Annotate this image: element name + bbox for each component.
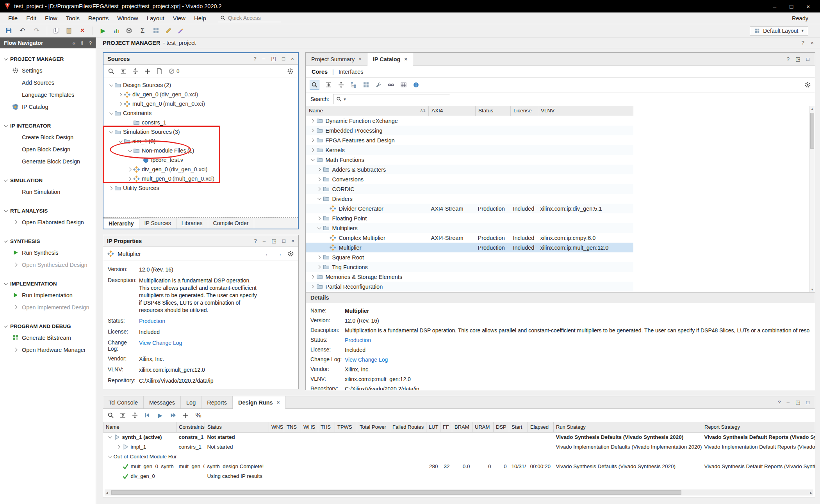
percent-icon[interactable]: %: [194, 411, 203, 420]
settings-gear-icon[interactable]: [287, 250, 294, 257]
maximize-icon[interactable]: □: [790, 4, 793, 9]
chevron-right-icon[interactable]: [116, 445, 120, 449]
flow-item-open-hardware-manager[interactable]: Open Hardware Manager: [0, 344, 96, 356]
flow-section-header[interactable]: RTL ANALYSIS: [0, 206, 96, 216]
close-icon[interactable]: ×: [806, 4, 810, 9]
runs-column-report-strategy[interactable]: Report Strategy: [702, 422, 815, 432]
minimize-icon[interactable]: –: [773, 4, 776, 9]
flow-item-create-block-design[interactable]: Create Block Design: [0, 131, 96, 143]
flow-section-header[interactable]: PROGRAM AND DEBUG: [0, 321, 96, 332]
board-icon[interactable]: [153, 27, 159, 34]
flow-item-add-sources[interactable]: Add Sources: [0, 76, 96, 89]
subtab-interfaces[interactable]: Interfaces: [339, 69, 364, 75]
runs-column-name[interactable]: Name: [103, 422, 176, 432]
chevron-right-icon[interactable]: [118, 92, 122, 96]
wand-icon[interactable]: [178, 27, 184, 34]
group-view-icon[interactable]: [363, 82, 369, 88]
catalog-column-license[interactable]: License: [511, 106, 538, 116]
catalog-row-fpga-features-and-design[interactable]: FPGA Features and Design: [306, 135, 633, 145]
tab-libraries[interactable]: Libraries: [176, 218, 208, 229]
add-sources-icon[interactable]: [144, 68, 151, 75]
flow-item-language-templates[interactable]: Language Templates: [0, 89, 96, 101]
chevron-right-icon[interactable]: [317, 256, 321, 259]
collapse-all-icon[interactable]: [325, 82, 332, 88]
search-icon[interactable]: [108, 68, 114, 75]
close-icon[interactable]: ×: [291, 56, 294, 62]
tab-hierarchy[interactable]: Hierarchy: [103, 218, 139, 229]
flow-item-open-elaborated-design[interactable]: Open Elaborated Design: [0, 216, 96, 228]
catalog-row-divider-generator[interactable]: Divider GeneratorAXI4-StreamProductionIn…: [306, 204, 633, 213]
chevron-down-icon[interactable]: [109, 130, 113, 133]
chevron-down-icon[interactable]: [109, 83, 113, 87]
runs-column-run-strategy[interactable]: Run Strategy: [554, 422, 702, 432]
hierarchy-view-icon[interactable]: [350, 82, 357, 88]
settings-gear-icon[interactable]: [287, 68, 294, 75]
catalog-row-multiplier[interactable]: MultiplierProductionIncludedxilinx.com:i…: [306, 243, 633, 252]
source-tree-item-utility-sources[interactable]: Utility Sources: [103, 183, 298, 193]
expand-all-icon[interactable]: [132, 412, 138, 419]
chevron-down-icon[interactable]: [109, 111, 113, 115]
menu-window[interactable]: Window: [113, 14, 142, 23]
expand-all-icon[interactable]: [132, 68, 139, 75]
minimize-icon[interactable]: –: [787, 400, 790, 405]
help-icon[interactable]: ?: [787, 57, 790, 62]
step-first-icon[interactable]: [144, 412, 150, 419]
scrollbar-thumb[interactable]: [810, 113, 814, 149]
chevron-right-icon[interactable]: [118, 102, 122, 106]
chevron-right-icon[interactable]: [317, 217, 321, 220]
close-icon[interactable]: ×: [277, 399, 280, 405]
minimize-icon[interactable]: –: [262, 56, 266, 62]
catalog-row-trig-functions[interactable]: Trig Functions: [306, 262, 633, 272]
catalog-column-vlnv[interactable]: VLNV: [538, 106, 633, 116]
tab-ip-sources[interactable]: IP Sources: [139, 218, 176, 229]
run-row-div-gen-0[interactable]: div_gen_0Using cached IP results: [103, 471, 815, 481]
catalog-row-dividers[interactable]: Dividers: [306, 194, 633, 204]
flow-item-open-synthesized-design[interactable]: Open Synthesized Design: [0, 259, 96, 271]
help-icon[interactable]: ?: [254, 238, 257, 244]
property-value[interactable]: Production: [345, 337, 371, 344]
expand-all-icon[interactable]: [338, 82, 344, 88]
runs-column-ths[interactable]: THS: [318, 422, 335, 432]
catalog-row-square-root[interactable]: Square Root: [306, 252, 633, 262]
flow-item-settings[interactable]: Settings: [0, 64, 96, 76]
run-row-synth-1-active[interactable]: synth_1 (active)constrs_1Not startedViva…: [103, 432, 815, 442]
flow-section-header[interactable]: IP INTEGRATOR: [0, 121, 96, 131]
sum-icon[interactable]: Σ: [138, 27, 147, 35]
chevron-right-icon[interactable]: [317, 168, 321, 172]
create-run-icon[interactable]: [182, 412, 189, 419]
undo-icon[interactable]: ↶: [18, 27, 27, 35]
runs-column-total-power[interactable]: Total Power: [357, 422, 390, 432]
flow-item-run-implementation[interactable]: Run Implementation: [0, 289, 96, 301]
forward-icon[interactable]: →: [276, 250, 282, 257]
scroll-up-icon[interactable]: ▴: [809, 106, 815, 111]
settings-gear-icon[interactable]: [804, 82, 811, 88]
scroll-down-icon[interactable]: ▾: [809, 287, 815, 291]
tab-ip-catalog[interactable]: IP Catalog×: [367, 53, 413, 66]
catalog-row-adders-subtracters[interactable]: Adders & Subtracters: [306, 165, 633, 174]
flow-item-run-synthesis[interactable]: Run Synthesis: [0, 247, 96, 259]
maximize-icon[interactable]: □: [282, 56, 285, 62]
source-tree-item-ipcore-test-v[interactable]: ipcore_test.v: [103, 155, 298, 165]
chevron-right-icon[interactable]: [109, 186, 112, 190]
save-icon[interactable]: [5, 27, 12, 34]
menu-reports[interactable]: Reports: [84, 14, 113, 23]
run-row-mult-gen-0-synth-1[interactable]: mult_gen_0_synth_1mult_gen_0synth_design…: [103, 461, 815, 471]
edit-pencil-icon[interactable]: [165, 27, 172, 34]
horizontal-scrollbar[interactable]: ◂ ▸: [105, 490, 813, 495]
chevron-down-icon[interactable]: [108, 454, 112, 458]
scrollbar-thumb[interactable]: [111, 490, 681, 495]
help-icon[interactable]: ?: [802, 40, 805, 46]
flow-section-header[interactable]: IMPLEMENTATION: [0, 279, 96, 289]
flow-section-header[interactable]: SIMULATION: [0, 175, 96, 186]
runs-column-start[interactable]: Start: [509, 422, 528, 432]
chevron-right-icon[interactable]: [317, 187, 321, 191]
source-tree-item-mult-gen-0[interactable]: mult_gen_0 (mult_gen_0.xci): [103, 174, 298, 183]
minimize-icon[interactable]: –: [263, 238, 266, 244]
chevron-down-icon[interactable]: [317, 196, 321, 200]
runs-column-elapsed[interactable]: Elapsed: [528, 422, 554, 432]
menu-help[interactable]: Help: [190, 14, 210, 23]
menu-file[interactable]: File: [4, 14, 22, 23]
chevron-right-icon[interactable]: [310, 138, 314, 142]
tab-project-summary[interactable]: Project Summary×: [306, 53, 367, 66]
source-tree-item-simulation-sources[interactable]: Simulation Sources (3): [103, 127, 298, 137]
